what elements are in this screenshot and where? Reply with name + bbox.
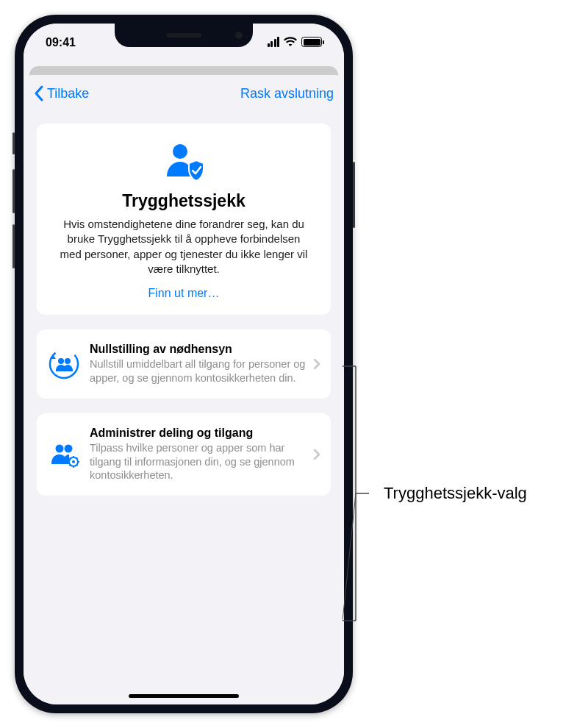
cellular-signal-icon (268, 37, 280, 47)
home-indicator[interactable] (129, 694, 239, 698)
svg-point-1 (49, 349, 79, 379)
callout-label: Trygghetssjekk-valg (384, 484, 527, 503)
option-description: Nullstill umiddelbart all tilgang for pe… (90, 357, 307, 385)
speaker (166, 33, 201, 38)
phone-frame: 09:41 (15, 15, 353, 713)
people-gear-icon (49, 439, 79, 470)
content-area: Trygghetssjekk Hvis omstendighetene dine… (24, 112, 344, 704)
svg-point-0 (173, 144, 187, 159)
status-indicators (268, 37, 323, 47)
svg-point-3 (65, 358, 71, 364)
svg-line-13 (76, 465, 78, 466)
chevron-right-icon (313, 358, 320, 370)
chevron-right-icon (313, 449, 320, 460)
option-title: Administrer deling og tilgang (90, 427, 307, 440)
svg-line-12 (70, 457, 71, 459)
back-button[interactable]: Tilbake (34, 85, 89, 101)
learn-more-link[interactable]: Finn ut mer… (51, 287, 316, 300)
svg-line-15 (76, 457, 78, 459)
volume-down-button (12, 224, 15, 268)
option-text: Administrer deling og tilgang Tilpass hv… (90, 427, 307, 483)
svg-line-14 (70, 465, 71, 466)
svg-point-4 (56, 444, 64, 452)
power-button (353, 162, 355, 228)
option-description: Tilpass hvilke personer og apper som har… (90, 441, 307, 483)
front-camera (235, 32, 243, 39)
quick-exit-button[interactable]: Rask avslutning (240, 86, 334, 101)
phone-screen: 09:41 (24, 24, 344, 704)
phone-notch (115, 24, 253, 47)
modal-sheet: Tilbake Rask avslutning Trygghetssjekk (24, 75, 344, 704)
person-shield-icon (164, 141, 204, 181)
reset-icon (49, 349, 79, 379)
callout-annotation: Trygghetssjekk-valg (343, 365, 527, 622)
option-title: Nullstilling av nødhensyn (90, 343, 307, 356)
navigation-bar: Tilbake Rask avslutning (24, 75, 344, 112)
back-label: Tilbake (47, 86, 89, 101)
option-text: Nullstilling av nødhensyn Nullstill umid… (90, 343, 307, 385)
hero-card: Trygghetssjekk Hvis omstendighetene dine… (37, 124, 331, 315)
emergency-reset-option[interactable]: Nullstilling av nødhensyn Nullstill umid… (37, 329, 331, 399)
svg-point-2 (58, 358, 64, 364)
hero-title: Trygghetssjekk (51, 191, 316, 211)
manage-sharing-option[interactable]: Administrer deling og tilgang Tilpass hv… (37, 413, 331, 496)
svg-point-7 (72, 460, 75, 463)
svg-point-5 (65, 444, 73, 452)
volume-up-button (12, 169, 15, 213)
chevron-left-icon (34, 85, 44, 101)
status-time: 09:41 (46, 35, 76, 49)
bracket-icon (343, 365, 378, 622)
wifi-icon (284, 37, 297, 47)
battery-icon (301, 37, 322, 47)
mute-switch (12, 132, 15, 154)
hero-description: Hvis omstendighetene dine forandrer seg,… (51, 217, 316, 276)
